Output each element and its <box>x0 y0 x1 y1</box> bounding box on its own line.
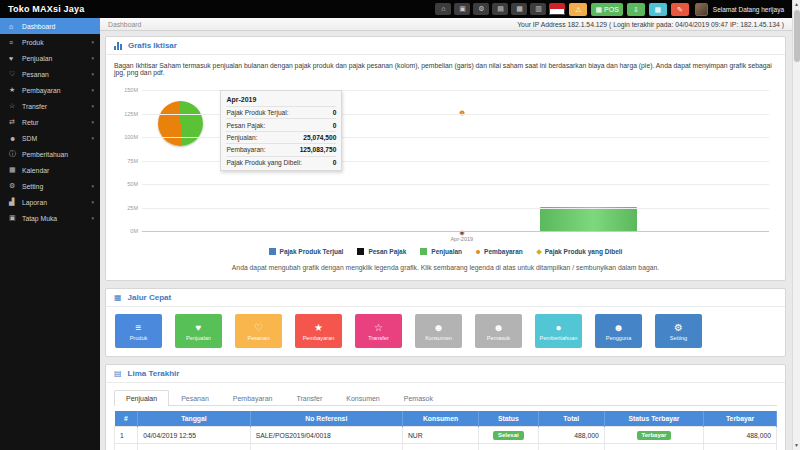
sidebar-item-sdm[interactable]: ☻SDM▾ <box>0 130 100 146</box>
col-status-terbayar: Status Terbayar <box>604 411 703 427</box>
status-badge: Selesai <box>493 431 524 440</box>
sidebar-item-penjualan[interactable]: ♥Penjualan▾ <box>0 50 100 66</box>
calendar-icon[interactable]: ▦ <box>511 3 527 15</box>
star-outline-icon: ☆ <box>9 102 22 110</box>
chart-legend: Pajak Produk Terjual Pesan Pajak Penjual… <box>114 248 777 255</box>
legend-item[interactable]: Penjualan <box>420 248 462 255</box>
page-scrollbar[interactable]: ▲ ▼ <box>792 0 800 450</box>
sidebar-nav: ⌂Dashboard≡Produk▾♥Penjualan▾♡Pesanan▾★P… <box>0 18 100 450</box>
users-icon: ☻ <box>9 135 22 142</box>
tooltip-value: 125,083,750 <box>300 146 337 153</box>
chevron-down-icon: ▾ <box>91 39 94 45</box>
shuffle-icon: ⇄ <box>9 118 22 126</box>
home-icon[interactable]: ⌂ <box>435 3 451 15</box>
chevron-down-icon: ▾ <box>91 199 94 205</box>
user-avatar[interactable] <box>695 3 708 16</box>
quick-link-pengguna[interactable]: ☻Pengguna <box>595 314 642 348</box>
cell-tanggal: 04/04/2019 12:55 <box>138 427 251 444</box>
tab-konsumen[interactable]: Konsumen <box>334 390 391 406</box>
tab-penjualan[interactable]: Penjualan <box>114 390 169 406</box>
pos-button[interactable]: ▦ POS <box>591 3 622 16</box>
cell-number: 1 <box>115 427 138 444</box>
scrollbar-thumb[interactable] <box>794 10 800 62</box>
quick-link-pesanan[interactable]: ♡Pesanan <box>235 314 282 348</box>
penjualan-bar[interactable] <box>540 207 637 231</box>
legend-item[interactable]: Pajak Produk Terjual <box>269 248 344 255</box>
table-button[interactable]: ▦ <box>649 3 667 16</box>
y-axis-tick: 125M <box>115 111 138 117</box>
grid-icon: ▦ <box>114 294 122 302</box>
cart-icon: ▣ <box>9 214 22 222</box>
quick-link-konsumen[interactable]: ☻Konsumen <box>415 314 462 348</box>
legend-item[interactable]: Pesan Pajak <box>357 248 406 255</box>
warning-button[interactable]: ⚠ <box>569 3 587 16</box>
sidebar-item-kalendar[interactable]: ▦Kalendar <box>0 162 100 178</box>
col-tanggal: Tanggal <box>138 411 251 427</box>
scroll-down-icon[interactable]: ▼ <box>793 441 800 450</box>
users-icon: ☻ <box>493 322 504 333</box>
gears-icon: ⚙ <box>674 322 683 333</box>
cogs-icon[interactable]: ⚙ <box>473 3 489 15</box>
tooltip-value: 25,074,500 <box>303 134 336 141</box>
tooltip-label: Pajak Produk yang Dibeli: <box>226 159 302 166</box>
breadcrumb-bar: Dashboard Your IP Address 182.1.54.129 (… <box>100 18 792 31</box>
top-bar: Toko MAXsi Jaya ⌂ ▣ ⚙ ▤ ▦ ▥ ⚠ ▦ POS ⇩ ▦ … <box>0 0 792 18</box>
heart-outline-icon: ♡ <box>9 70 22 78</box>
y-axis-tick: 25M <box>115 205 138 211</box>
cart-icon[interactable]: ▣ <box>454 3 470 15</box>
sidebar-item-setting[interactable]: ⚙Setting▾ <box>0 178 100 194</box>
quick-link-pemberitahuan[interactable]: ●Pemberitahuan <box>535 314 582 348</box>
sidebar-item-retur[interactable]: ⇄Retur▾ <box>0 114 100 130</box>
heart-icon: ♥ <box>196 322 202 333</box>
col-status: Status <box>479 411 539 427</box>
download-button[interactable]: ⇩ <box>627 3 645 16</box>
sidebar-item-produk[interactable]: ≡Produk▾ <box>0 34 100 50</box>
quick-link-setting[interactable]: ⚙Setting <box>655 314 702 348</box>
info-icon: ⓘ <box>9 149 22 159</box>
calendar-icon: ▦ <box>9 166 22 174</box>
quick-link-pembayaran[interactable]: ★Pembayaran <box>295 314 342 348</box>
files-icon[interactable]: ▥ <box>530 3 546 15</box>
table-row <box>115 444 777 450</box>
heart-outline-icon: ♡ <box>254 322 263 333</box>
legend-item[interactable]: Pembayaran <box>476 248 523 255</box>
scroll-up-icon[interactable]: ▲ <box>793 0 800 9</box>
table-row[interactable]: 1 04/04/2019 12:55 SALE/POS2019/04/0018 … <box>115 427 777 444</box>
recent-sales-table: # Tanggal No Referensi Konsumen Status T… <box>114 411 777 450</box>
sidebar-item-pemberitahuan[interactable]: ⓘPemberitahuan <box>0 146 100 162</box>
main-content: Dashboard Your IP Address 182.1.54.129 (… <box>100 18 792 450</box>
quick-link-transfer[interactable]: ☆Transfer <box>355 314 402 348</box>
edit-button[interactable]: ✎ <box>671 3 689 16</box>
indonesia-flag-icon[interactable] <box>549 3 565 15</box>
chart-plot: Apr-2019 Pajak Produk Terjual:0 Pesan Pa… <box>142 90 769 231</box>
paid-status-badge: Terbayar <box>637 431 672 440</box>
sidebar-item-laporan[interactable]: ▟Laporan▾ <box>0 194 100 210</box>
overview-panel: Grafis Iktisar Bagan Ikhtisar Saham term… <box>105 36 786 281</box>
col-total: Total <box>538 411 604 427</box>
list-icon: ≡ <box>136 322 142 333</box>
quick-link-penjualan[interactable]: ♥Penjualan <box>175 314 222 348</box>
tab-pembayaran[interactable]: Pembayaran <box>221 390 285 406</box>
tab-pemasok[interactable]: Pemasok <box>392 390 445 406</box>
sidebar-item-pesanan[interactable]: ♡Pesanan▾ <box>0 66 100 82</box>
quick-links-panel: ▦ Jalur Cepat ≡Produk♥Penjualan♡Pesanan★… <box>105 288 786 357</box>
quick-links-header: ▦ Jalur Cepat <box>106 289 785 307</box>
welcome-text[interactable]: Selamat Datang herijaya <box>713 6 784 13</box>
sidebar-item-dashboard[interactable]: ⌂Dashboard <box>0 18 100 34</box>
archive-icon[interactable]: ▤ <box>492 3 508 15</box>
tab-pesanan[interactable]: Pesanan <box>169 390 221 406</box>
breadcrumb: Dashboard <box>108 21 141 28</box>
tooltip-title: Apr-2019 <box>226 94 336 106</box>
stock-pie-chart[interactable] <box>158 101 203 146</box>
quick-link-produk[interactable]: ≡Produk <box>115 314 162 348</box>
quick-link-pemasok[interactable]: ☻Pemasok <box>475 314 522 348</box>
cell-konsumen: NUR <box>402 427 478 444</box>
sidebar-item-transfer[interactable]: ☆Transfer▾ <box>0 98 100 114</box>
sidebar-item-tatap-muka[interactable]: ▣Tatap Muka▾ <box>0 210 100 226</box>
gridline <box>142 208 769 209</box>
y-axis-tick: 75M <box>115 158 138 164</box>
tab-transfer[interactable]: Transfer <box>284 390 334 406</box>
legend-item[interactable]: Pajak Produk yang Dibeli <box>537 248 623 255</box>
cell-total: 488,000 <box>538 427 604 444</box>
sidebar-item-pembayaran[interactable]: ★Pembayaran▾ <box>0 82 100 98</box>
